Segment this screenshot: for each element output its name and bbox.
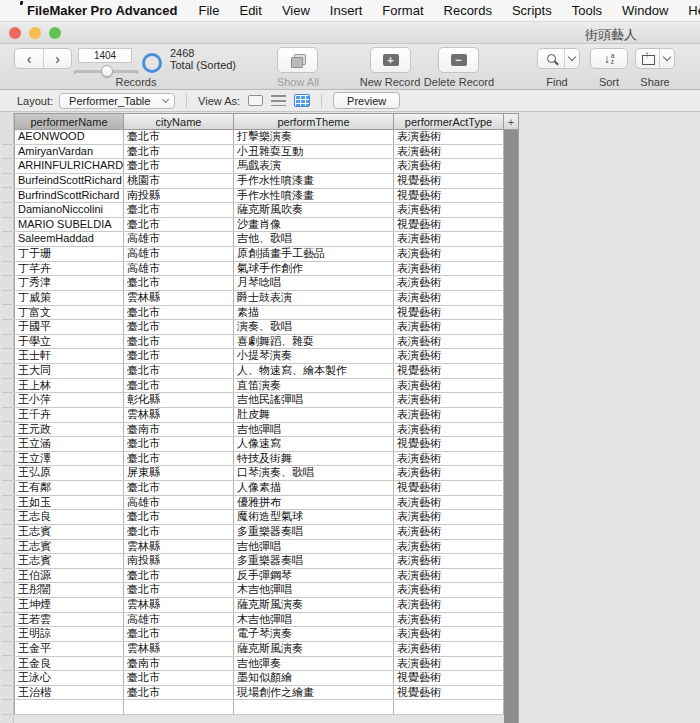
cell-performerName[interactable]: 王立涵 bbox=[14, 437, 124, 451]
cell-cityName[interactable]: 高雄市 bbox=[124, 496, 234, 510]
zoom-window-button[interactable] bbox=[49, 27, 61, 39]
cell-cityName[interactable]: 臺南市 bbox=[124, 657, 234, 671]
new-record-button[interactable]: + bbox=[370, 47, 411, 73]
cell-performerName[interactable]: 王治楷 bbox=[14, 686, 124, 700]
cell-performerActType[interactable]: 視覺藝術 bbox=[394, 686, 504, 700]
cell-performTheme[interactable]: 吉他彈奏 bbox=[234, 657, 394, 671]
cell-performTheme[interactable]: 多重樂器奏唱 bbox=[234, 554, 394, 568]
cell-performTheme[interactable]: 薩克斯風演奏 bbox=[234, 598, 394, 612]
cell-performerName[interactable]: 于學立 bbox=[14, 335, 124, 349]
cell-performerName[interactable]: DamianoNiccolini bbox=[14, 203, 124, 217]
cell-performTheme[interactable]: 吉他彈唱 bbox=[234, 540, 394, 554]
table-row[interactable]: 王坤煙雲林縣薩克斯風演奏表演藝術 bbox=[14, 598, 504, 613]
cell-performerName[interactable]: 丁于珊 bbox=[14, 247, 124, 261]
table-row[interactable]: 王志賓臺北市多重樂器奏唱表演藝術 bbox=[14, 525, 504, 540]
cell-performTheme[interactable]: 優雅拼布 bbox=[234, 496, 394, 510]
cell-performTheme[interactable]: 薩克斯風吹奏 bbox=[234, 203, 394, 217]
cell-performerActType[interactable]: 表演藝術 bbox=[394, 466, 504, 480]
cell-cityName[interactable]: 臺北市 bbox=[124, 335, 234, 349]
table-row[interactable]: AmiryanVardan臺北市小丑雜耍互動表演藝術 bbox=[14, 145, 504, 160]
table-row[interactable]: 王伯源臺北市反手彈鋼琴表演藝術 bbox=[14, 569, 504, 584]
cell-performTheme[interactable]: 墨知似顏繪 bbox=[234, 671, 394, 685]
table-row[interactable]: 丁于珊高雄市原創插畫手工藝品表演藝術 bbox=[14, 247, 504, 262]
cell-performerName[interactable]: 丁芊卉 bbox=[14, 262, 124, 276]
form-view-button[interactable] bbox=[248, 95, 263, 106]
cell-performerActType[interactable]: 表演藝術 bbox=[394, 627, 504, 641]
cell-performTheme[interactable]: 反手彈鋼琴 bbox=[234, 569, 394, 583]
table-row[interactable]: 丁秀津臺北市月琴唸唱表演藝術 bbox=[14, 276, 504, 291]
cell-performerActType[interactable]: 表演藝術 bbox=[394, 569, 504, 583]
table-row[interactable]: 王立涵臺北市人像速寫視覺藝術 bbox=[14, 437, 504, 452]
cell-performerActType[interactable]: 表演藝術 bbox=[394, 145, 504, 159]
cell-performTheme[interactable]: 手作水性噴漆畫 bbox=[234, 174, 394, 188]
table-row[interactable]: 王志良臺北市魔術造型氣球表演藝術 bbox=[14, 510, 504, 525]
cell-cityName[interactable]: 雲林縣 bbox=[124, 642, 234, 656]
cell-cityName[interactable]: 臺北市 bbox=[124, 627, 234, 641]
cell-cityName[interactable]: 雲林縣 bbox=[124, 598, 234, 612]
cell-performerName[interactable]: 王志良 bbox=[14, 510, 124, 524]
table-row[interactable]: DamianoNiccolini臺北市薩克斯風吹奏表演藝術 bbox=[14, 203, 504, 218]
cell-performerActType[interactable]: 表演藝術 bbox=[394, 496, 504, 510]
cell-performTheme[interactable]: 肚皮舞 bbox=[234, 408, 394, 422]
cell-performTheme[interactable]: 演奏、歌唱 bbox=[234, 320, 394, 334]
cell-cityName[interactable]: 臺北市 bbox=[124, 203, 234, 217]
column-header-performerName[interactable]: performerName bbox=[14, 113, 124, 130]
menu-file[interactable]: File bbox=[189, 3, 230, 18]
cell-performerActType[interactable]: 表演藝術 bbox=[394, 583, 504, 597]
show-all-button[interactable] bbox=[277, 47, 318, 73]
cell-performerActType[interactable]: 表演藝術 bbox=[394, 423, 504, 437]
cell-cityName[interactable]: 臺北市 bbox=[124, 569, 234, 583]
cell-performerActType[interactable]: 視覺藝術 bbox=[394, 481, 504, 495]
table-row[interactable]: 王泳心臺北市墨知似顏繪視覺藝術 bbox=[14, 671, 504, 686]
cell-cityName[interactable]: 臺北市 bbox=[124, 452, 234, 466]
table-row[interactable]: 王士軒臺北市小提琴演奏表演藝術 bbox=[14, 349, 504, 364]
table-view-button[interactable] bbox=[294, 94, 310, 107]
menu-records[interactable]: Records bbox=[434, 3, 502, 18]
cell-performerActType[interactable]: 表演藝術 bbox=[394, 452, 504, 466]
table-row[interactable]: 王金平雲林縣薩克斯風演奏表演藝術 bbox=[14, 642, 504, 657]
table-row[interactable]: 王治楷臺北市現場創作之繪畫視覺藝術 bbox=[14, 686, 504, 701]
menu-view[interactable]: View bbox=[272, 3, 320, 18]
cell-performerName[interactable]: 王士軒 bbox=[14, 349, 124, 363]
cell-performTheme[interactable] bbox=[234, 700, 394, 714]
cell-performerActType[interactable] bbox=[394, 700, 504, 714]
cell-cityName[interactable]: 桃園市 bbox=[124, 174, 234, 188]
cell-cityName[interactable] bbox=[124, 700, 234, 714]
table-row[interactable]: ARHINFULRICHARD臺北市馬戲表演表演藝術 bbox=[14, 159, 504, 174]
cell-performTheme[interactable]: 小丑雜耍互動 bbox=[234, 145, 394, 159]
cell-performerName[interactable]: 于國平 bbox=[14, 320, 124, 334]
cell-performerActType[interactable]: 表演藝術 bbox=[394, 613, 504, 627]
cell-cityName[interactable]: 雲林縣 bbox=[124, 540, 234, 554]
table-row[interactable]: 王彤闓臺北市木吉他彈唱表演藝術 bbox=[14, 583, 504, 598]
sort-button[interactable]: ↓ az bbox=[590, 48, 628, 69]
cell-performerName[interactable]: 丁秀津 bbox=[14, 276, 124, 290]
cell-performerName[interactable]: 丁富文 bbox=[14, 306, 124, 320]
table-row[interactable]: BurfrindScottRichard南投縣手作水性噴漆畫視覺藝術 bbox=[14, 189, 504, 204]
table-row[interactable]: 王志賓南投縣多重樂器奏唱表演藝術 bbox=[14, 554, 504, 569]
cell-performerName[interactable]: 王志賓 bbox=[14, 554, 124, 568]
cell-performTheme[interactable]: 多重樂器奏唱 bbox=[234, 525, 394, 539]
cell-performerActType[interactable]: 表演藝術 bbox=[394, 159, 504, 173]
table-row[interactable]: SaleemHaddad高雄市吉他、歌唱表演藝術 bbox=[14, 232, 504, 247]
cell-performerActType[interactable]: 視覺藝術 bbox=[394, 671, 504, 685]
cell-performerName[interactable]: 王金良 bbox=[14, 657, 124, 671]
cell-performTheme[interactable]: 特技及街舞 bbox=[234, 452, 394, 466]
table-row-partial[interactable] bbox=[14, 700, 504, 715]
table-row[interactable]: 王元政臺南市吉他彈唱表演藝術 bbox=[14, 423, 504, 438]
table-row[interactable]: 王小萍彰化縣吉他民謠彈唱表演藝術 bbox=[14, 393, 504, 408]
cell-performerName[interactable]: AmiryanVardan bbox=[14, 145, 124, 159]
cell-cityName[interactable]: 南投縣 bbox=[124, 554, 234, 568]
cell-performerName[interactable]: MARIO SUBELDIA bbox=[14, 218, 124, 232]
table-row[interactable]: 王上林臺北市直笛演奏表演藝術 bbox=[14, 379, 504, 394]
cell-cityName[interactable]: 臺南市 bbox=[124, 423, 234, 437]
add-column-button[interactable]: + bbox=[504, 113, 519, 130]
cell-performerName[interactable]: 丁威策 bbox=[14, 291, 124, 305]
cell-performTheme[interactable]: 人像素描 bbox=[234, 481, 394, 495]
cell-performTheme[interactable]: 素描 bbox=[234, 306, 394, 320]
cell-cityName[interactable]: 高雄市 bbox=[124, 247, 234, 261]
cell-cityName[interactable]: 臺北市 bbox=[124, 276, 234, 290]
cell-performTheme[interactable]: 魔術造型氣球 bbox=[234, 510, 394, 524]
cell-performerName[interactable]: 王千卉 bbox=[14, 408, 124, 422]
cell-performerName[interactable]: 王坤煙 bbox=[14, 598, 124, 612]
cell-cityName[interactable]: 臺北市 bbox=[124, 671, 234, 685]
